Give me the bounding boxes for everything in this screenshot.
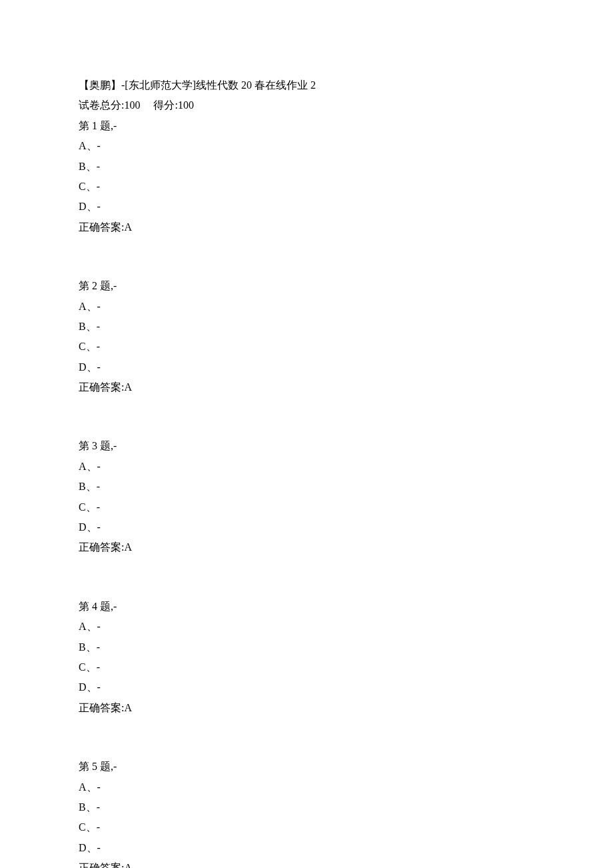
block-gap: [79, 397, 534, 436]
option-b: B、-: [79, 157, 534, 177]
correct-answer: 正确答案:A: [79, 217, 534, 237]
question-title: 第 4 题,-: [79, 597, 534, 617]
block-gap: [79, 718, 534, 757]
total-score-label: 试卷总分:100: [79, 99, 140, 111]
obtained-score-label: 得分:100: [153, 99, 193, 111]
option-a: A、-: [79, 777, 534, 797]
block-gap: [79, 237, 534, 276]
option-c: C、-: [79, 657, 534, 677]
option-a: A、-: [79, 617, 534, 637]
option-d: D、-: [79, 357, 534, 377]
question-title: 第 5 题,-: [79, 757, 534, 777]
question-block: 第 4 题,- A、- B、- C、- D、- 正确答案:A: [79, 597, 534, 718]
option-d: D、-: [79, 677, 534, 697]
option-b: B、-: [79, 477, 534, 497]
option-b: B、-: [79, 637, 534, 657]
option-b: B、-: [79, 317, 534, 337]
correct-answer: 正确答案:A: [79, 377, 534, 397]
correct-answer: 正确答案:A: [79, 698, 534, 718]
option-b: B、-: [79, 797, 534, 817]
question-block: 第 1 题,- A、- B、- C、- D、- 正确答案:A: [79, 116, 534, 237]
question-title: 第 1 题,-: [79, 116, 534, 136]
option-c: C、-: [79, 817, 534, 837]
question-block: 第 3 题,- A、- B、- C、- D、- 正确答案:A: [79, 436, 534, 557]
document-title: 【奥鹏】-[东北师范大学]线性代数 20 春在线作业 2: [79, 75, 534, 95]
option-a: A、-: [79, 457, 534, 477]
score-line: 试卷总分:100 得分:100: [79, 95, 534, 115]
option-a: A、-: [79, 136, 534, 156]
option-c: C、-: [79, 177, 534, 197]
option-a: A、-: [79, 297, 534, 317]
block-gap: [79, 558, 534, 597]
question-block: 第 5 题,- A、- B、- C、- D、- 正确答案:A: [79, 757, 534, 868]
correct-answer: 正确答案:A: [79, 537, 534, 557]
option-d: D、-: [79, 517, 534, 537]
option-d: D、-: [79, 197, 534, 217]
document-page: 【奥鹏】-[东北师范大学]线性代数 20 春在线作业 2 试卷总分:100 得分…: [0, 0, 613, 868]
option-d: D、-: [79, 838, 534, 858]
option-c: C、-: [79, 497, 534, 517]
question-title: 第 2 题,-: [79, 276, 534, 296]
question-block: 第 2 题,- A、- B、- C、- D、- 正确答案:A: [79, 276, 534, 397]
question-title: 第 3 题,-: [79, 436, 534, 456]
option-c: C、-: [79, 337, 534, 357]
correct-answer: 正确答案:A: [79, 858, 534, 868]
score-gap: [140, 99, 153, 111]
